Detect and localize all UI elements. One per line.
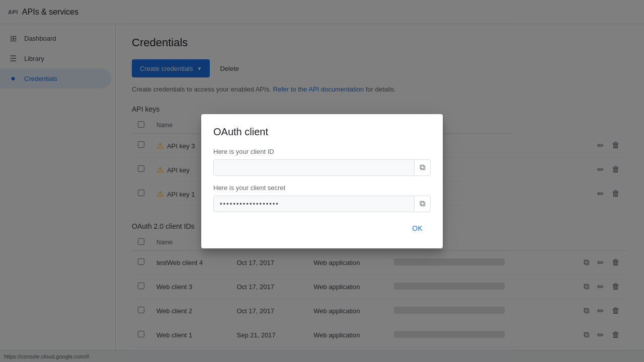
client-secret-field-wrapper: ⧉ bbox=[213, 196, 431, 212]
client-id-label: Here is your client ID bbox=[213, 148, 431, 155]
copy-client-secret-button[interactable]: ⧉ bbox=[414, 196, 430, 211]
copy-icon: ⧉ bbox=[420, 199, 425, 208]
client-secret-input[interactable] bbox=[214, 196, 414, 212]
copy-client-id-button[interactable]: ⧉ bbox=[414, 160, 430, 175]
client-id-field-wrapper: ⧉ bbox=[213, 159, 431, 176]
oauth-client-dialog: OAuth client Here is your client ID ⧉ He… bbox=[201, 114, 443, 248]
dialog-title: OAuth client bbox=[213, 126, 431, 138]
dialog-actions: OK bbox=[213, 220, 431, 236]
client-id-input[interactable] bbox=[214, 160, 414, 175]
copy-icon: ⧉ bbox=[420, 163, 425, 172]
ok-button[interactable]: OK bbox=[404, 220, 431, 236]
client-secret-label: Here is your client secret bbox=[213, 184, 431, 192]
dialog-overlay: OAuth client Here is your client ID ⧉ He… bbox=[0, 0, 644, 362]
